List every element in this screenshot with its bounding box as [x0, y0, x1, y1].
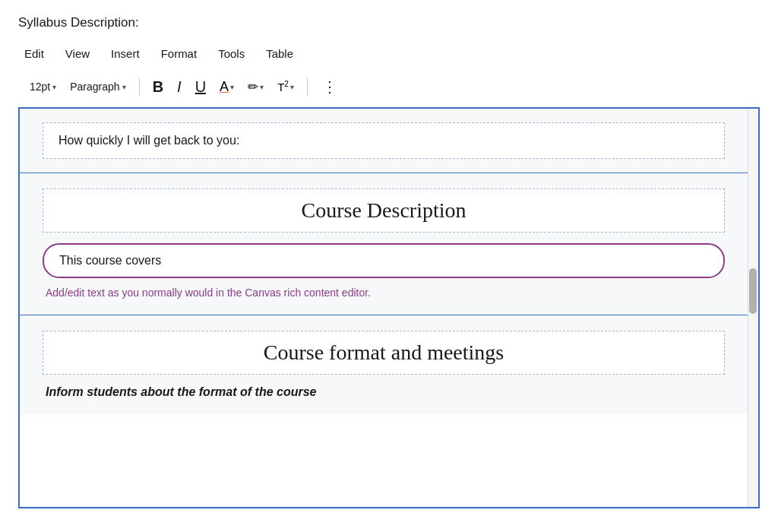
font-color-button[interactable]: A ▾: [216, 77, 238, 97]
underline-button[interactable]: U: [191, 76, 210, 98]
font-size-value: 12pt: [30, 81, 50, 93]
editor-inner: How quickly I will get back to you: Cour…: [20, 109, 748, 507]
bold-button[interactable]: B: [149, 76, 167, 98]
course-covers-input-box[interactable]: This course covers: [43, 243, 725, 278]
section-get-back-box[interactable]: How quickly I will get back to you:: [43, 122, 725, 159]
paragraph-selector[interactable]: Paragraph ▾: [66, 78, 129, 95]
course-desc-title-box[interactable]: Course Description: [43, 188, 725, 233]
highlight-icon: ✏: [248, 79, 258, 95]
font-size-selector[interactable]: 12pt ▾: [26, 78, 60, 95]
font-size-chevron: ▾: [52, 83, 56, 91]
font-color-label: A: [220, 79, 229, 95]
toolbar-divider-1: [139, 78, 140, 96]
syllabus-description-label: Syllabus Description:: [18, 15, 760, 30]
highlight-button[interactable]: ✏ ▾: [244, 77, 267, 97]
menu-format[interactable]: Format: [161, 44, 198, 63]
font-color-chevron: ▾: [230, 83, 234, 91]
paragraph-chevron: ▾: [122, 83, 126, 91]
section-course-description: Course Description This course covers Ad…: [20, 173, 748, 315]
course-format-title-text: Course format and meetings: [264, 340, 504, 364]
hint-text: Add/edit text as you normally would in t…: [43, 287, 374, 299]
italic-button[interactable]: I: [173, 76, 185, 98]
more-options-button[interactable]: ⋮: [317, 75, 343, 98]
inform-text: Inform students about the format of the …: [43, 385, 319, 398]
superscript-label: T2: [277, 80, 289, 93]
editor-area: How quickly I will get back to you: Cour…: [18, 107, 760, 508]
section-get-back: How quickly I will get back to you:: [20, 109, 748, 173]
get-back-text: How quickly I will get back to you:: [59, 134, 239, 147]
superscript-button[interactable]: T2 ▾: [274, 78, 298, 96]
menu-edit[interactable]: Edit: [24, 44, 44, 63]
scrollbar-track[interactable]: [748, 109, 758, 507]
course-covers-text: This course covers: [59, 254, 161, 267]
toolbar-divider-2: [307, 78, 308, 96]
section-course-format: Course format and meetings Inform studen…: [20, 315, 748, 414]
highlight-chevron: ▾: [260, 83, 264, 91]
superscript-chevron: ▾: [290, 83, 294, 91]
scrollbar-thumb[interactable]: [749, 268, 757, 314]
menu-table[interactable]: Table: [266, 44, 293, 63]
menu-insert[interactable]: Insert: [111, 44, 140, 63]
course-desc-title-text: Course Description: [302, 198, 466, 222]
menu-bar: Edit View Insert Format Tools Table: [18, 40, 760, 68]
inform-container: Inform students about the format of the …: [43, 385, 725, 399]
hint-container: Add/edit text as you normally would in t…: [43, 286, 725, 299]
paragraph-label: Paragraph: [70, 81, 119, 93]
course-format-title-box[interactable]: Course format and meetings: [43, 331, 725, 375]
toolbar: 12pt ▾ Paragraph ▾ B I U A ▾ ✏ ▾ T2 ▾ ⋮: [18, 69, 760, 104]
menu-view[interactable]: View: [65, 44, 90, 63]
menu-tools[interactable]: Tools: [218, 44, 245, 63]
